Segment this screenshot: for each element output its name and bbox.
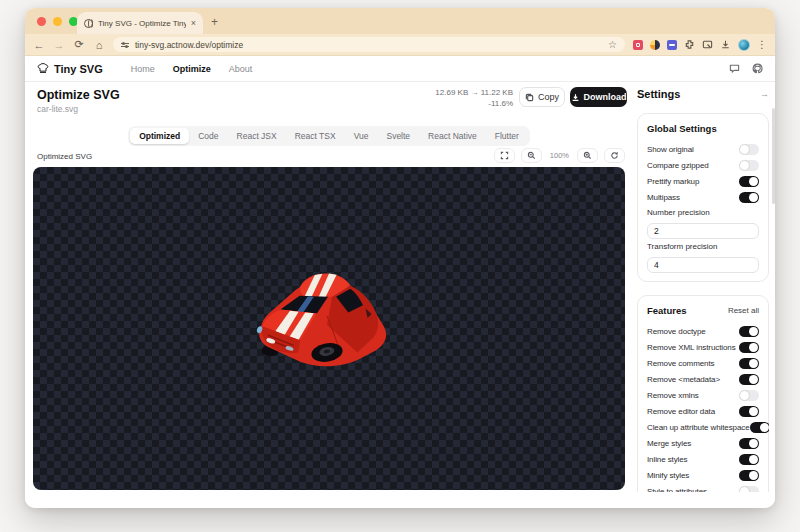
features-toggles: Remove doctypeRemove XML instructionsRem…: [647, 323, 759, 492]
setting-row-compare-gzipped: Compare gzipped: [647, 157, 759, 173]
toggle-minify-styles[interactable]: [739, 470, 759, 481]
back-icon[interactable]: ←: [33, 39, 45, 51]
toggle-remove-metadata[interactable]: [739, 374, 759, 385]
browser-window: Tiny SVG - Optimize Tiny SV... × + ← → ⟳…: [25, 8, 775, 508]
setting-row-inline-styles: Inline styles: [647, 451, 759, 467]
tab-react-jsx[interactable]: React JSX: [228, 128, 286, 144]
bookmark-star-icon[interactable]: ☆: [608, 39, 617, 50]
minimize-window-button[interactable]: [53, 17, 62, 26]
toggle-compare-gzipped[interactable]: [739, 160, 759, 171]
collapse-sidebar-icon[interactable]: →: [760, 89, 769, 99]
tab-close-icon[interactable]: ×: [191, 19, 196, 28]
browser-tabstrip: Tiny SVG - Optimize Tiny SV... × +: [25, 8, 775, 34]
svg-preview-canvas[interactable]: [33, 167, 625, 490]
toggle-remove-editor-data[interactable]: [739, 406, 759, 417]
format-tabs-wrap: OptimizedCodeReact JSXReact TSXVueSvelte…: [33, 126, 625, 146]
downloads-icon[interactable]: [720, 39, 731, 50]
reset-zoom-button[interactable]: [604, 148, 625, 163]
setting-label: Remove xmlns: [647, 391, 699, 400]
tab-svelte[interactable]: Svelte: [377, 128, 419, 144]
feedback-bubble-icon[interactable]: [729, 63, 740, 74]
toggle-knob: [749, 343, 758, 352]
toggle-multipass[interactable]: [739, 192, 759, 203]
global-toggles: Show originalCompare gzippedPrettify mar…: [647, 141, 759, 205]
close-window-button[interactable]: [37, 17, 46, 26]
extensions-puzzle-icon[interactable]: [684, 39, 695, 50]
zoom-out-button[interactable]: [521, 148, 542, 163]
tab-vue[interactable]: Vue: [345, 128, 378, 144]
copy-icon: [525, 93, 534, 102]
reload-icon[interactable]: ⟳: [73, 38, 85, 51]
setting-label: Remove doctype: [647, 327, 706, 336]
extension-red-icon[interactable]: [633, 40, 643, 50]
features-title: Features: [647, 305, 687, 316]
tab-flutter[interactable]: Flutter: [486, 128, 528, 144]
toggle-merge-styles[interactable]: [739, 438, 759, 449]
address-bar[interactable]: tiny-svg.actnow.dev/optimize ☆: [113, 37, 625, 52]
features-card: Features Reset all Remove doctypeRemove …: [637, 295, 769, 492]
toggle-knob: [749, 455, 758, 464]
sidebar-scrollbar[interactable]: [772, 108, 775, 204]
setting-row-minify-styles: Minify styles: [647, 467, 759, 483]
preview-panel-title: Optimized SVG: [37, 152, 92, 161]
download-button[interactable]: Download: [570, 87, 627, 107]
setting-label: Remove editor data: [647, 407, 715, 416]
browser-menu-icon[interactable]: ⋮: [757, 39, 767, 50]
inspect-window-icon[interactable]: [702, 39, 713, 50]
toggle-inline-styles[interactable]: [739, 454, 759, 465]
zoom-in-button[interactable]: [577, 148, 598, 163]
setting-label: Minify styles: [647, 471, 689, 480]
number-precision-input[interactable]: [647, 223, 759, 239]
zoom-level: 100%: [548, 151, 571, 160]
setting-row-clean-up-attribute-whitespace: Clean up attribute whitespace: [647, 419, 759, 435]
toggle-knob: [760, 423, 769, 432]
toggle-show-original[interactable]: [739, 144, 759, 155]
profile-avatar[interactable]: [738, 39, 750, 51]
home-icon[interactable]: ⌂: [93, 39, 105, 51]
forward-icon[interactable]: →: [53, 39, 65, 51]
chef-hat-icon: [37, 63, 49, 75]
browser-tab[interactable]: Tiny SVG - Optimize Tiny SV... ×: [77, 12, 203, 34]
reset-all-button[interactable]: Reset all: [728, 306, 759, 315]
input-group-transform-precision: Transform precision: [647, 242, 759, 273]
size-before-after: 12.69 KB → 11.22 KB: [435, 87, 513, 98]
github-icon[interactable]: [752, 63, 763, 74]
toggle-prettify-markup[interactable]: [739, 176, 759, 187]
nav-optimize[interactable]: Optimize: [173, 64, 211, 74]
new-tab-button[interactable]: +: [211, 15, 218, 29]
toggle-remove-comments[interactable]: [739, 358, 759, 369]
format-tabs: OptimizedCodeReact JSXReact TSXVueSvelte…: [128, 126, 530, 146]
tab-optimized[interactable]: Optimized: [130, 128, 189, 144]
setting-row-remove-metadata: Remove <metadata>: [647, 371, 759, 387]
toggle-style-to-attributes[interactable]: [739, 486, 759, 493]
global-settings-title: Global Settings: [647, 123, 717, 134]
zoom-in-icon: [583, 151, 592, 160]
extension-indigo-icon[interactable]: [667, 40, 677, 50]
window-controls: [37, 17, 78, 26]
nav-about[interactable]: About: [229, 64, 253, 74]
zoom-out-icon: [527, 151, 536, 160]
setting-row-show-original: Show original: [647, 141, 759, 157]
tab-react-native[interactable]: React Native: [419, 128, 486, 144]
site-settings-icon[interactable]: [121, 43, 129, 47]
tab-code[interactable]: Code: [189, 128, 227, 144]
toggle-knob: [749, 359, 758, 368]
extension-circle-icon[interactable]: [650, 40, 660, 50]
tab-favicon-globe-icon: [84, 19, 93, 28]
setting-label: Inline styles: [647, 455, 688, 464]
app-logo[interactable]: Tiny SVG: [37, 63, 103, 75]
toggle-remove-xml-instructions[interactable]: [739, 342, 759, 353]
toggle-remove-xmlns[interactable]: [739, 390, 759, 401]
tab-title: Tiny SVG - Optimize Tiny SV...: [98, 19, 186, 28]
copy-button[interactable]: Copy: [519, 87, 565, 107]
transform-precision-input[interactable]: [647, 257, 759, 273]
fullscreen-button[interactable]: [494, 148, 515, 163]
setting-label: Remove <metadata>: [647, 375, 720, 384]
url-text: tiny-svg.actnow.dev/optimize: [135, 40, 602, 50]
toggle-clean-up-attribute-whitespace[interactable]: [750, 422, 770, 433]
toggle-knob: [749, 327, 758, 336]
tab-react-tsx[interactable]: React TSX: [286, 128, 345, 144]
setting-row-remove-xml-instructions: Remove XML instructions: [647, 339, 759, 355]
toggle-remove-doctype[interactable]: [739, 326, 759, 337]
nav-home[interactable]: Home: [131, 64, 155, 74]
